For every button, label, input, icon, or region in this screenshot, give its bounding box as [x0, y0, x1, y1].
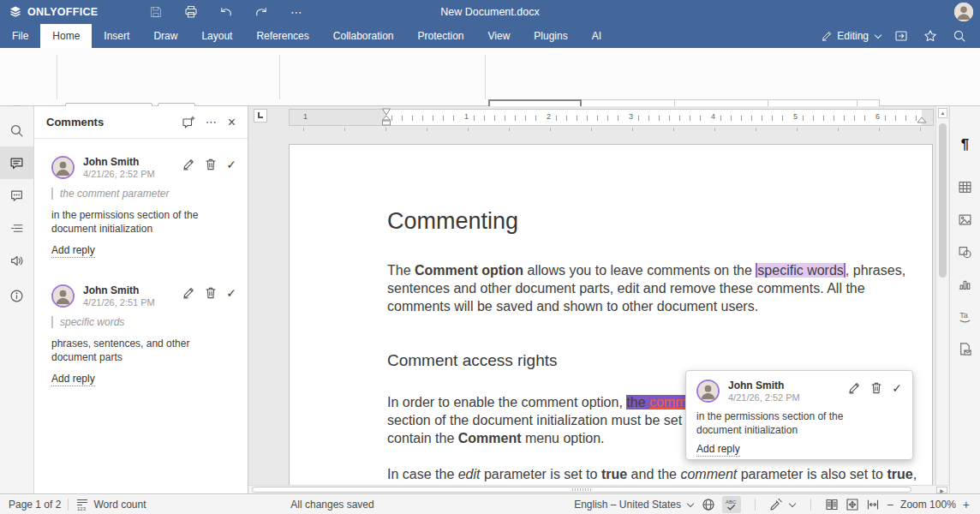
textart-settings-button[interactable]	[950, 302, 980, 331]
image-settings-button[interactable]	[950, 205, 980, 234]
tab-view[interactable]: View	[476, 24, 523, 48]
tab-ai[interactable]: AI	[580, 24, 613, 48]
horizontal-ruler[interactable]: 1 1 2 3 4 5 6	[289, 109, 934, 126]
scroll-right-button[interactable]: ▶	[936, 487, 947, 493]
onlyoffice-logo-icon	[9, 5, 22, 19]
text-run: The	[387, 263, 415, 278]
print-button[interactable]	[181, 2, 201, 22]
text-run: and the	[627, 467, 680, 481]
delete-comment-icon[interactable]	[204, 286, 218, 300]
vertical-scrollbar-thumb[interactable]	[939, 123, 947, 278]
fit-to-width-button[interactable]	[866, 498, 880, 511]
comment-author: John Smith	[728, 380, 800, 391]
navigation-panel-button[interactable]	[0, 212, 33, 244]
fit-to-page-button[interactable]	[846, 498, 859, 511]
zoom-level[interactable]: Zoom 100%	[900, 499, 956, 511]
tab-references[interactable]: References	[244, 24, 320, 48]
tab-insert[interactable]: Insert	[92, 24, 141, 48]
resolve-comment-icon[interactable]: ✓	[226, 158, 236, 171]
track-changes-button[interactable]	[769, 498, 797, 511]
tab-collaboration[interactable]: Collaboration	[321, 24, 406, 48]
text-run: parameter is set to	[481, 467, 601, 481]
tab-draw[interactable]: Draw	[141, 24, 189, 48]
tab-selector[interactable]	[254, 109, 267, 123]
customize-toolbar-button[interactable]: ⋯	[286, 2, 307, 22]
page-indicator[interactable]: Page 1 of 2	[0, 499, 61, 511]
word-count-button[interactable]: Word count	[75, 498, 146, 511]
comments-panel-button[interactable]	[0, 146, 33, 179]
shape-settings-button[interactable]	[950, 237, 980, 266]
doc-paragraph: The Comment option allows you to leave c…	[387, 261, 923, 315]
horizontal-scrollbar-thumb[interactable]	[252, 487, 911, 493]
chart-settings-button[interactable]	[950, 269, 980, 298]
close-icon[interactable]: ×	[228, 115, 236, 130]
add-comment-icon[interactable]	[182, 116, 195, 129]
add-reply-link[interactable]: Add reply	[696, 443, 740, 457]
two-pages-view-button[interactable]	[825, 498, 839, 511]
add-reply-link[interactable]: Add reply	[51, 244, 95, 258]
open-file-location-button[interactable]	[891, 26, 911, 46]
doc-paragraph: In case the edit parameter is set to tru…	[387, 465, 923, 483]
scroll-up-button[interactable]: ▲	[938, 108, 947, 118]
about-button[interactable]	[0, 279, 33, 312]
delete-comment-icon[interactable]	[869, 381, 883, 395]
tab-home[interactable]: Home	[40, 24, 92, 48]
indent-marker[interactable]	[381, 108, 391, 127]
search-panel-button[interactable]	[0, 114, 33, 146]
edit-comment-icon[interactable]	[182, 286, 195, 300]
comment-date: 4/21/26, 2:52 PM	[83, 169, 155, 179]
text-run: parameter is also set to	[737, 467, 887, 481]
comment-card[interactable]: John Smith 4/21/26, 2:51 PM ✓ specific w…	[34, 284, 248, 386]
ribbon-tabs: File Home Insert Draw Layout References …	[0, 24, 980, 48]
favorite-star-button[interactable]	[920, 26, 941, 46]
right-sidebar: ¶	[949, 106, 980, 493]
paragraph-settings-button[interactable]: ¶	[950, 130, 980, 159]
tab-protection[interactable]: Protection	[406, 24, 476, 48]
text-run: Comment option	[415, 263, 523, 278]
chat-panel-button[interactable]	[0, 179, 33, 212]
feedback-button[interactable]	[0, 244, 33, 277]
language-selector[interactable]: English – United States	[574, 499, 695, 511]
vertical-scrollbar[interactable]: ▲	[935, 106, 948, 485]
comments-menu-icon[interactable]: ⋯	[206, 116, 218, 128]
add-reply-link[interactable]: Add reply	[51, 373, 95, 386]
chevron-down-icon	[687, 499, 694, 506]
editing-mode-dropdown[interactable]: Editing	[821, 30, 882, 42]
redo-button[interactable]	[251, 2, 272, 22]
ruler-mark: 3	[627, 112, 635, 121]
edit-comment-icon[interactable]	[847, 381, 861, 395]
undo-button[interactable]	[216, 2, 236, 22]
spellcheck-button[interactable]	[722, 496, 741, 513]
set-language-globe-button[interactable]	[702, 498, 715, 511]
ruler-mark: 1	[463, 112, 470, 121]
zoom-out-button[interactable]: −	[887, 498, 893, 511]
user-avatar[interactable]	[954, 3, 973, 21]
text-run: ,	[913, 467, 917, 481]
edit-comment-icon[interactable]	[182, 158, 195, 171]
horizontal-scrollbar[interactable]: ▶	[248, 485, 949, 493]
delete-comment-icon[interactable]	[204, 158, 218, 171]
comment-quote: the comment parameter	[51, 188, 236, 200]
resolve-comment-icon[interactable]: ✓	[892, 381, 902, 395]
track-changes-icon	[769, 498, 783, 511]
document-title: New Document.docx	[440, 6, 539, 18]
right-indent-marker[interactable]	[917, 117, 927, 124]
comment-card[interactable]: John Smith 4/21/26, 2:52 PM ✓ the commen…	[34, 156, 248, 258]
tab-file[interactable]: File	[0, 24, 40, 48]
resolve-comment-icon[interactable]: ✓	[226, 286, 236, 300]
search-button[interactable]	[949, 26, 970, 46]
mailmerge-settings-button[interactable]	[950, 334, 980, 363]
tab-plugins[interactable]: Plugins	[522, 24, 579, 48]
chevron-down-icon	[789, 499, 796, 506]
table-settings-button[interactable]	[950, 172, 980, 201]
comment-text: in the permissions section of the docume…	[51, 208, 214, 236]
tab-layout[interactable]: Layout	[189, 24, 244, 48]
comment-text: phrases, sentences, and other document p…	[51, 337, 214, 364]
ruler-mark: 2	[545, 112, 553, 121]
zoom-in-button[interactable]: +	[963, 498, 970, 511]
save-button[interactable]	[146, 2, 166, 22]
pencil-icon	[821, 30, 833, 42]
left-sidebar	[0, 106, 34, 493]
comment-popup[interactable]: John Smith 4/21/26, 2:52 PM ✓ in the per…	[685, 370, 913, 460]
document-area: 1 1 2 3 4 5 6 Commenting The Comment opt…	[248, 106, 949, 493]
